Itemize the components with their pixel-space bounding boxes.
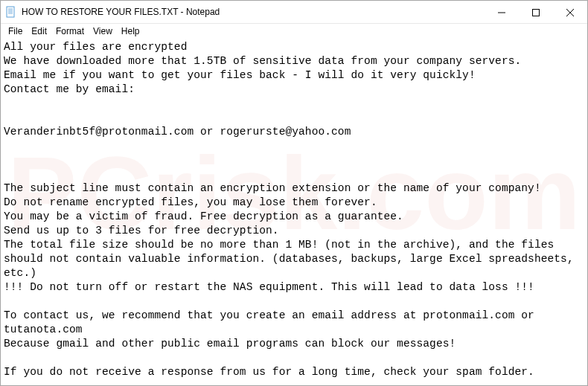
close-button[interactable]: [553, 1, 587, 24]
titlebar[interactable]: HOW TO RESTORE YOUR FILES.TXT - Notepad: [1, 1, 587, 24]
menu-format[interactable]: Format: [51, 25, 89, 37]
menu-help[interactable]: Help: [117, 25, 144, 37]
minimize-button[interactable]: [485, 1, 519, 24]
window-title: HOW TO RESTORE YOUR FILES.TXT - Notepad: [22, 7, 485, 17]
menubar: File Edit Format View Help: [1, 24, 587, 39]
window-controls: [485, 1, 587, 23]
menu-file[interactable]: File: [4, 25, 27, 37]
text-area[interactable]: All your files are encrypted We have dow…: [1, 39, 587, 385]
notepad-window: HOW TO RESTORE YOUR FILES.TXT - Notepad …: [0, 0, 588, 386]
minimize-icon: [498, 9, 505, 16]
maximize-icon: [532, 9, 540, 16]
close-icon: [566, 9, 574, 16]
menu-view[interactable]: View: [89, 25, 117, 37]
menu-edit[interactable]: Edit: [27, 25, 51, 37]
svg-rect-6: [533, 9, 540, 16]
maximize-button[interactable]: [519, 1, 553, 24]
notepad-icon: [5, 6, 17, 18]
